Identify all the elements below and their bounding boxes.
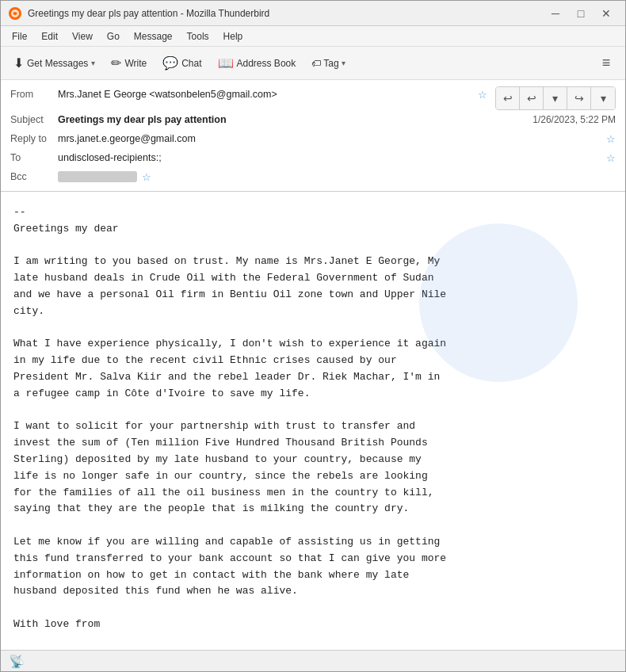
body-line: city. (13, 304, 613, 320)
window-controls: ─ □ ✕ (544, 5, 617, 22)
body-line: -- (13, 204, 613, 221)
body-line: information on how to get in contact wit… (13, 567, 613, 584)
body-line (13, 600, 613, 617)
to-star-icon[interactable]: ☆ (606, 152, 616, 164)
body-line: in my life due to the recent civil Ethni… (13, 353, 613, 369)
address-book-icon: 📖 (218, 55, 234, 71)
to-label: To (10, 152, 58, 163)
chat-button[interactable]: 💬 Chat (156, 52, 208, 74)
subject-label: Subject (10, 114, 58, 125)
body-line (13, 320, 613, 337)
from-star-icon[interactable]: ☆ (478, 89, 487, 101)
bcc-row: Bcc ☆ (10, 167, 616, 186)
bcc-value (58, 171, 137, 182)
menu-item-edit[interactable]: Edit (35, 29, 64, 44)
menu-item-go[interactable]: Go (101, 29, 126, 44)
email-body: --Greetings my dear I am writing to you … (1, 192, 625, 650)
get-messages-icon: ⬇ (13, 55, 24, 71)
forward-button[interactable]: ↪ (567, 87, 591, 109)
chat-label: Chat (181, 58, 201, 69)
write-label: Write (124, 58, 147, 69)
body-line: Sterling) deposited by my late husband t… (13, 452, 613, 468)
write-icon: ✏ (111, 55, 121, 71)
close-button[interactable]: ✕ (595, 5, 617, 22)
reply-to-row: Reply to mrs.janet.e.george@gmail.com ☆ (10, 129, 616, 148)
reply-to-star-icon[interactable]: ☆ (606, 133, 616, 145)
body-line: for the families of all the oil business… (13, 485, 613, 502)
menu-item-file[interactable]: File (6, 29, 33, 44)
menubar: FileEditViewGoMessageToolsHelp (1, 26, 625, 47)
maximize-button[interactable]: □ (570, 5, 592, 22)
subject-value: Greetings my dear pls pay attention (58, 114, 532, 125)
minimize-button[interactable]: ─ (544, 5, 567, 22)
get-messages-button[interactable]: ⬇ Get Messages ▾ (7, 52, 101, 74)
titlebar: Greetings my dear pls pay attention - Mo… (1, 1, 625, 26)
address-book-button[interactable]: 📖 Address Book (212, 52, 303, 74)
body-line: late husband deals in Crude Oil with the… (13, 270, 613, 287)
body-line: With love from (13, 617, 613, 633)
subject-row: Subject Greetings my dear pls pay attent… (10, 110, 616, 129)
body-line (13, 403, 613, 419)
window-title: Greetings my dear pls pay attention - Mo… (28, 8, 544, 19)
menu-item-help[interactable]: Help (217, 29, 250, 44)
more2-button[interactable]: ▾ (591, 87, 615, 109)
body-line (13, 238, 613, 254)
tag-button[interactable]: 🏷 Tag ▾ (305, 55, 351, 72)
toolbar: ⬇ Get Messages ▾ ✏ Write 💬 Chat 📖 Addres… (1, 47, 625, 80)
body-line: President Mr. Salva Kiir and the rebel l… (13, 369, 613, 386)
get-messages-dropdown-arrow[interactable]: ▾ (91, 59, 95, 67)
to-value: undisclosed-recipients:; (58, 152, 601, 163)
write-button[interactable]: ✏ Write (105, 52, 153, 74)
body-line: invest the sum of (Ten million Five Hund… (13, 435, 613, 452)
to-row: To undisclosed-recipients:; ☆ (10, 148, 616, 167)
connection-icon: 📡 (9, 654, 25, 669)
from-value: Mrs.Janet E George <watsonbelen5@gmail.c… (58, 89, 473, 100)
reply-to-label: Reply to (10, 133, 58, 144)
menu-item-message[interactable]: Message (128, 29, 179, 44)
email-date: 1/26/2023, 5:22 PM (532, 114, 616, 125)
body-line (13, 517, 613, 534)
body-line: a refugee camp in Côte d'Ivoire to save … (13, 386, 613, 403)
body-line: Let me know if you are willing and capab… (13, 534, 613, 551)
menu-item-view[interactable]: View (66, 29, 99, 44)
from-row: From Mrs.Janet E George <watsonbelen5@gm… (10, 85, 487, 104)
tag-dropdown-arrow[interactable]: ▾ (342, 59, 345, 67)
body-line: this fund transferred to your bank accou… (13, 551, 613, 567)
statusbar: 📡 (1, 650, 625, 672)
body-line: I am writing to you based on trust. My n… (13, 254, 613, 270)
bcc-star-icon[interactable]: ☆ (142, 171, 151, 183)
bcc-label: Bcc (10, 171, 58, 182)
body-line: I want to solicit for your partnership w… (13, 418, 613, 435)
body-line (13, 633, 613, 650)
menu-item-tools[interactable]: Tools (181, 29, 216, 44)
from-label: From (10, 89, 58, 100)
email-header: From Mrs.Janet E George <watsonbelen5@gm… (1, 80, 625, 192)
body-line: life is no longer safe in our country, s… (13, 468, 613, 485)
reply-button[interactable]: ↩ (520, 87, 544, 109)
address-book-label: Address Book (237, 58, 296, 69)
body-line: husband deposited this fund when he was … (13, 583, 613, 600)
chat-icon: 💬 (162, 55, 178, 71)
tag-icon: 🏷 (311, 58, 321, 69)
get-messages-label: Get Messages (27, 58, 88, 69)
tag-label: Tag (323, 58, 338, 69)
reply-to-value: mrs.janet.e.george@gmail.com (58, 133, 601, 144)
reply-back-button[interactable]: ↩ (496, 87, 520, 109)
app-icon (9, 7, 21, 20)
body-line: saying that they are the people that is … (13, 501, 613, 517)
hamburger-menu-button[interactable]: ≡ (594, 51, 619, 76)
body-line: What I have experience physically, I don… (13, 336, 613, 353)
body-line: Greetings my dear (13, 221, 613, 238)
reply-action-group: ↩ ↩ ▾ ↪ ▾ (495, 86, 616, 110)
body-line: and we have a personal Oil firm in Benti… (13, 287, 613, 304)
more-button[interactable]: ▾ (544, 87, 567, 109)
